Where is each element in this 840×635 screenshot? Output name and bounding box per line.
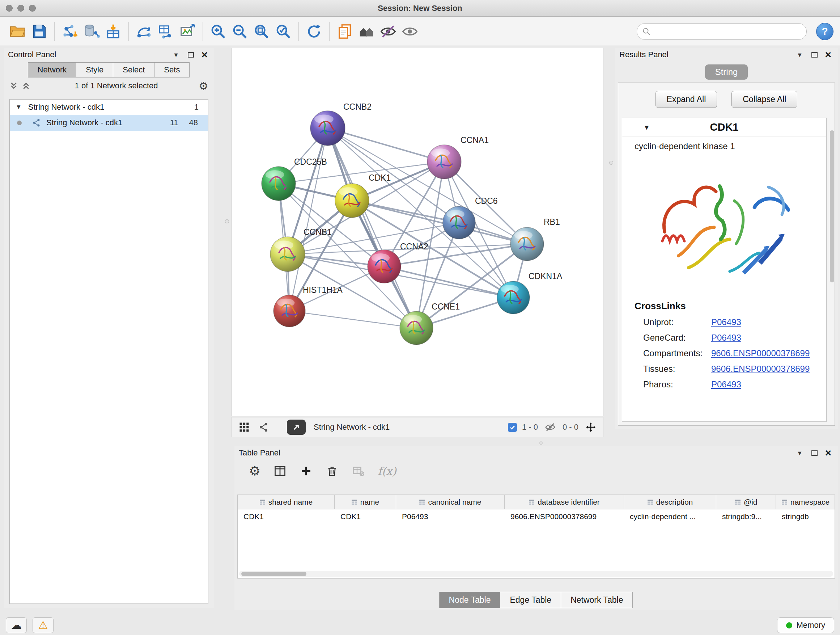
crosslink-link[interactable]: P06493 — [711, 317, 741, 327]
tab-sets[interactable]: Sets — [154, 62, 189, 78]
cloud-button[interactable]: ☁ — [6, 617, 27, 633]
column-header-@id[interactable]: @id — [716, 495, 776, 509]
zoom-in-button[interactable] — [207, 21, 229, 42]
network-node-CDKN1A[interactable]: CDKN1A — [497, 272, 562, 314]
splitter-handle-right[interactable] — [609, 161, 613, 165]
network-node-CCNA1[interactable]: CCNA1 — [427, 135, 489, 179]
gear-icon[interactable]: ⚙ — [199, 80, 208, 92]
help-button[interactable]: ? — [816, 23, 834, 40]
tab-node-table[interactable]: Node Table — [439, 592, 501, 608]
column-header-namespace[interactable]: namespace — [776, 495, 835, 509]
network-view-canvas[interactable]: CCNB2CCNA1CDC25BCDK1CDC6RB1CCNB1CCNA2CDK… — [232, 48, 603, 416]
add-column-icon[interactable] — [300, 464, 313, 478]
grid-view-icon[interactable] — [237, 420, 251, 434]
table-panel-title: Table Panel — [239, 448, 280, 458]
save-session-button[interactable] — [28, 21, 50, 42]
tab-edge-table[interactable]: Edge Table — [500, 592, 561, 608]
delete-column-trash-icon[interactable] — [325, 464, 339, 478]
zoom-out-button[interactable] — [229, 21, 251, 42]
show-all-button[interactable] — [399, 21, 421, 42]
export-image-button[interactable] — [177, 21, 198, 42]
search-input[interactable] — [654, 27, 801, 36]
panel-collapse-icon[interactable]: ▾ — [798, 50, 801, 59]
hide-selected-button[interactable] — [377, 21, 399, 42]
network-node-CCNE1[interactable]: CCNE1 — [400, 302, 460, 345]
splitter-handle-left[interactable] — [225, 219, 229, 223]
crosslink-link[interactable]: 9606.ENSP00000378699 — [711, 348, 810, 358]
crosslink-link[interactable]: P06493 — [711, 333, 741, 343]
panel-close-icon[interactable]: × — [201, 51, 208, 58]
table-cell[interactable]: stringdb:9... — [716, 509, 776, 524]
crosslink-link[interactable]: P06493 — [711, 379, 741, 390]
tab-network-table[interactable]: Network Table — [561, 592, 633, 608]
expand-all-icon[interactable] — [22, 81, 30, 90]
table-cell[interactable]: cyclin-dependent ... — [624, 509, 716, 524]
panel-collapse-icon[interactable]: ▾ — [798, 448, 801, 457]
network-node-CCNB2[interactable]: CCNB2 — [310, 102, 371, 146]
results-vertical-scrollbar[interactable] — [830, 130, 834, 211]
crosslink-link[interactable]: 9606.ENSP00000378699 — [711, 364, 810, 374]
expand-all-button[interactable]: Expand All — [655, 91, 717, 108]
network-collection-row[interactable]: ▼ String Network - cdk1 1 — [10, 100, 208, 115]
splitter-handle-bottom[interactable] — [539, 441, 543, 445]
open-in-browser-button[interactable] — [287, 420, 306, 435]
panel-close-icon[interactable]: × — [825, 51, 831, 58]
tab-select[interactable]: Select — [113, 62, 155, 78]
network-edge-CCNB2-CCNE1[interactable] — [328, 128, 416, 328]
panel-float-icon[interactable] — [188, 52, 194, 57]
show-columns-icon[interactable] — [273, 464, 286, 478]
tree-expand-icon[interactable]: ▼ — [16, 103, 22, 111]
table-cell[interactable]: 9606.ENSP00000378699 — [505, 509, 624, 524]
network-row-selected[interactable]: String Network - cdk1 11 48 — [10, 115, 208, 131]
table-settings-gear-icon[interactable]: ⚙ — [249, 463, 261, 478]
network-node-HIST1H1A[interactable]: HIST1H1A — [273, 285, 343, 327]
memory-button[interactable]: Memory — [777, 617, 834, 633]
table-horizontal-scrollbar[interactable] — [239, 571, 833, 577]
column-header-shared-name[interactable]: shared name — [238, 495, 335, 509]
column-header-name[interactable]: name — [335, 495, 396, 509]
new-network-table-button[interactable] — [155, 21, 177, 42]
crosslinks-title: CrossLinks — [635, 301, 826, 312]
tab-style[interactable]: Style — [76, 62, 113, 78]
import-table-file-button[interactable] — [103, 21, 124, 42]
table-cell[interactable]: stringdb — [776, 509, 835, 524]
control-panel-tabs: Network Style Select Sets — [4, 62, 214, 78]
network-edge-CCNB2-HIST1H1A[interactable] — [289, 128, 328, 311]
network-from-selection-button[interactable] — [133, 21, 155, 42]
network-node-CDK1[interactable]: CDK1 — [335, 173, 391, 218]
copy-button[interactable] — [334, 21, 355, 42]
table-row[interactable]: CDK1CDK1P064939606.ENSP00000378699cyclin… — [238, 509, 835, 524]
tab-network[interactable]: Network — [28, 62, 77, 78]
scrollbar-thumb[interactable] — [241, 572, 306, 576]
table-cell[interactable]: P06493 — [396, 509, 505, 524]
import-network-database-button[interactable] — [81, 21, 103, 42]
zoom-selected-button[interactable] — [272, 21, 294, 42]
refresh-button[interactable] — [303, 21, 325, 42]
warnings-button[interactable]: ⚠ — [33, 617, 54, 633]
collapse-all-icon[interactable] — [9, 81, 18, 90]
column-header-canonical-name[interactable]: canonical name — [396, 495, 505, 509]
pan-move-icon[interactable] — [584, 420, 598, 434]
first-neighbors-button[interactable] — [355, 21, 377, 42]
zoom-fit-button[interactable] — [251, 21, 272, 42]
panel-close-icon[interactable]: × — [825, 449, 831, 456]
panel-float-icon[interactable] — [812, 450, 818, 456]
network-node-RB1[interactable]: RB1 — [510, 217, 560, 261]
share-view-icon[interactable] — [256, 420, 271, 434]
selected-checkbox-icon[interactable] — [508, 423, 517, 432]
gene-section-header[interactable]: ▾ CDK1 — [622, 118, 826, 137]
table-cell[interactable]: CDK1 — [238, 509, 335, 524]
import-network-file-button[interactable] — [59, 21, 81, 42]
column-header-database-identifier[interactable]: database identifier — [505, 495, 624, 509]
column-header-description[interactable]: description — [624, 495, 716, 509]
scrollbar-thumb[interactable] — [830, 130, 834, 282]
open-session-button[interactable] — [6, 21, 28, 42]
collapse-all-button[interactable]: Collapse All — [731, 91, 797, 108]
panel-collapse-icon[interactable]: ▾ — [174, 50, 178, 59]
table-cell[interactable]: CDK1 — [335, 509, 396, 524]
network-node-CCNB1[interactable]: CCNB1 — [270, 227, 332, 272]
panel-float-icon[interactable] — [812, 52, 818, 57]
network-edge-HIST1H1A-CCNE1[interactable] — [289, 311, 416, 328]
string-tab-badge[interactable]: String — [705, 65, 748, 80]
network-edge-CCNB2-CCNA1[interactable] — [328, 128, 444, 162]
